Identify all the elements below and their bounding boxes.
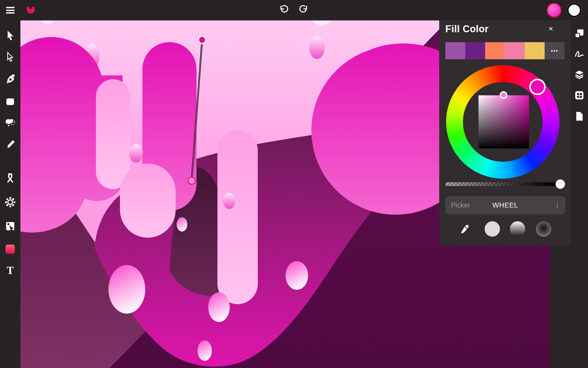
color-swatch-tool[interactable] — [4, 243, 16, 255]
fill-type-radial-gradient[interactable] — [536, 221, 551, 237]
brush-tab[interactable] — [575, 49, 584, 58]
redo-button[interactable] — [298, 4, 309, 15]
menu-icon[interactable] — [6, 7, 15, 14]
swatch[interactable] — [465, 42, 485, 59]
tool-rail: T — [0, 20, 20, 368]
stroke-color-indicator[interactable] — [567, 3, 582, 18]
more-swatches-button[interactable]: ••• — [545, 42, 565, 59]
path-node-top[interactable] — [199, 36, 206, 43]
fill-type-row — [439, 220, 571, 239]
fill-type-linear-gradient[interactable] — [510, 221, 525, 237]
alpha-slider-knob[interactable] — [556, 179, 565, 189]
app-window: { "topbar": { "menu_icon": "hamburger-me… — [0, 0, 588, 368]
text-tool[interactable]: T — [4, 264, 16, 276]
path-node-bottom[interactable] — [188, 177, 195, 184]
fill-color-panel: Fill Color × ••• Picker WHEEL ⋮ — [439, 20, 571, 246]
pen-tool[interactable] — [4, 73, 16, 85]
saturation-brightness-square[interactable] — [479, 95, 529, 148]
ribbon-tool[interactable] — [4, 172, 16, 184]
direct-select-tool[interactable] — [4, 51, 16, 63]
shape-tool[interactable] — [4, 96, 16, 108]
swatch[interactable] — [525, 42, 545, 59]
picker-label: Picker — [451, 201, 470, 209]
text-tool-glyph: T — [7, 265, 14, 276]
top-bar — [0, 0, 588, 20]
picker-menu-icon[interactable]: ⋮ — [554, 201, 561, 209]
sb-handle[interactable] — [500, 91, 507, 99]
hue-selector[interactable] — [529, 79, 546, 95]
fill-type-solid[interactable] — [485, 221, 500, 237]
undo-button[interactable] — [278, 4, 289, 15]
fill-color-indicator[interactable] — [547, 3, 561, 18]
panel-title: Fill Color — [445, 24, 489, 34]
right-rail — [571, 20, 588, 368]
style-tab[interactable] — [575, 29, 584, 38]
swatch[interactable] — [485, 42, 505, 59]
current-color-swatch[interactable] — [6, 245, 15, 254]
place-image-tool[interactable] — [4, 220, 16, 232]
layers-tab[interactable] — [575, 70, 584, 79]
page-tab[interactable] — [575, 112, 584, 121]
lasso-select-tool[interactable] — [4, 117, 16, 129]
pencil-tool[interactable] — [4, 139, 16, 151]
close-icon[interactable]: × — [548, 25, 553, 33]
swatch-row: ••• — [445, 42, 565, 59]
select-tool[interactable] — [4, 29, 16, 41]
swatch[interactable] — [505, 42, 525, 59]
corner-style-tool[interactable] — [4, 196, 16, 208]
grid-tab[interactable] — [575, 91, 584, 100]
app-logo-icon[interactable] — [26, 6, 35, 14]
alpha-slider-track[interactable] — [445, 182, 564, 186]
picker-bar[interactable]: Picker WHEEL ⋮ — [445, 196, 565, 214]
eyedropper-icon[interactable] — [458, 222, 472, 236]
swatch[interactable] — [445, 42, 465, 59]
droplet[interactable] — [309, 36, 325, 59]
